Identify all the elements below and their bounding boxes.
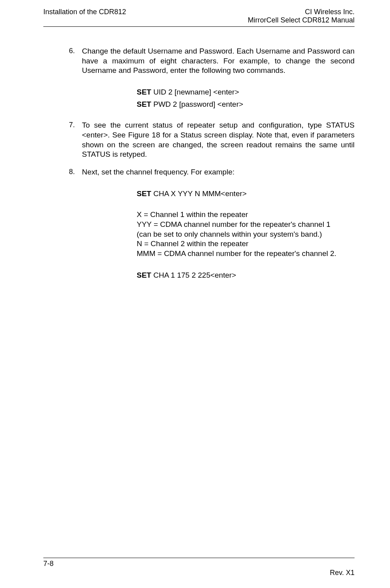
explain-line: (can be set to only channels within your… — [137, 230, 355, 239]
explain-line: MMM = CDMA channel number for the repeat… — [137, 249, 355, 259]
page-footer: 7-8 Rev. X1 — [43, 558, 355, 577]
command-args: PWD 2 [password] <enter> — [151, 100, 243, 108]
page-number: 7-8 — [43, 558, 355, 568]
command-keyword: SET — [137, 88, 151, 96]
command-keyword: SET — [137, 100, 151, 108]
list-body-text: Change the default Username and Password… — [82, 46, 355, 76]
command-args: CHA 1 175 2 225<enter> — [151, 271, 236, 279]
list-body-text: Next, set the channel frequency. For exa… — [82, 167, 355, 177]
list-body-text: To see the current status of repeater se… — [82, 121, 355, 160]
command-line: SET UID 2 [newname] <enter> — [137, 87, 355, 98]
list-item: 6. Change the default Username and Passw… — [69, 46, 355, 76]
list-number: 6. — [69, 46, 82, 76]
list-item: 8. Next, set the channel frequency. For … — [69, 167, 355, 177]
command-block: SET CHA 1 175 2 225<enter> — [69, 270, 355, 281]
header-company: CI Wireless Inc. — [248, 8, 355, 16]
list-item: 7. To see the current status of repeater… — [69, 121, 355, 160]
command-block: SET UID 2 [newname] <enter> SET PWD 2 [p… — [69, 87, 355, 109]
list-number: 7. — [69, 121, 82, 160]
command-line: SET CHA X YYY N MMM<enter> — [137, 188, 355, 199]
header-manual: MirrorCell Select CDR812 Manual — [248, 16, 355, 24]
header-right: CI Wireless Inc. MirrorCell Select CDR81… — [248, 8, 355, 24]
explain-line: N = Channel 2 within the repeater — [137, 239, 355, 249]
command-block: SET CHA X YYY N MMM<enter> — [69, 188, 355, 199]
command-keyword: SET — [137, 189, 151, 198]
header-left: Installation of the CDR812 — [43, 8, 126, 16]
command-args: UID 2 [newname] <enter> — [151, 88, 239, 96]
list-number: 8. — [69, 167, 82, 177]
explanation-block: X = Channel 1 within the repeater YYY = … — [69, 210, 355, 258]
command-line: SET CHA 1 175 2 225<enter> — [137, 270, 355, 281]
command-line: SET PWD 2 [password] <enter> — [137, 99, 355, 110]
revision-label: Rev. X1 — [43, 569, 355, 577]
explain-line: YYY = CDMA channel number for the repeat… — [137, 220, 355, 230]
explain-line: X = Channel 1 within the repeater — [137, 210, 355, 220]
command-keyword: SET — [137, 271, 151, 279]
content-area: 6. Change the default Username and Passw… — [43, 46, 355, 280]
command-args: CHA X YYY N MMM<enter> — [151, 189, 247, 198]
page-header: Installation of the CDR812 CI Wireless I… — [43, 8, 355, 27]
